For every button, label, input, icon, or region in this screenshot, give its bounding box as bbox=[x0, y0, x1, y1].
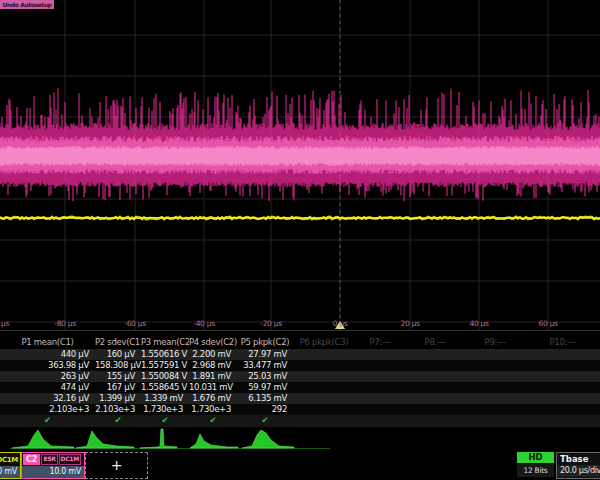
histicon[interactable] bbox=[12, 430, 74, 448]
measure-value-cell bbox=[465, 360, 525, 371]
measure-value-cell bbox=[293, 382, 355, 393]
measure-row: 363.98 µV158.308 µV1.557591 V2.968 mV33.… bbox=[0, 360, 600, 371]
measure-value-cell: 1.550084 V bbox=[141, 371, 189, 382]
status-empty-cell bbox=[525, 415, 600, 427]
measure-value-cell: 1.558645 V bbox=[141, 382, 189, 393]
timebase-tick-label: -40 µs bbox=[182, 319, 226, 328]
measure-value-cell bbox=[355, 393, 405, 404]
measure-value-cell: 1.557591 V bbox=[141, 360, 189, 371]
status-empty-cell bbox=[405, 415, 465, 427]
bit-depth-label: 12 Bits bbox=[517, 464, 554, 477]
measure-row: 474 µV167 µV1.558645 V10.031 mV59.97 mV bbox=[0, 382, 600, 393]
check-icon: ✔ bbox=[0, 415, 95, 427]
oscilloscope-screen: Undo Autosetup -100 µs-80 µs-60 µs-40 µs… bbox=[0, 0, 600, 480]
measure-value-cell bbox=[525, 393, 600, 404]
c1-scale-value: 0 mV bbox=[0, 466, 20, 478]
measure-value-cell: 1.891 mV bbox=[189, 371, 237, 382]
measure-value-cell bbox=[405, 393, 465, 404]
measure-value-cell bbox=[293, 349, 355, 360]
measure-value-cell bbox=[355, 349, 405, 360]
measurement-table: P1 mean(C1)P2 sdev(C1)P3 mean(C2)P4 sdev… bbox=[0, 336, 600, 427]
measure-value-cell bbox=[465, 393, 525, 404]
measure-value-cell bbox=[405, 382, 465, 393]
measure-row: 2.103e+32.103e+31.730e+31.730e+3292 bbox=[0, 404, 600, 415]
timebase-tick-label: -20 µs bbox=[249, 319, 293, 328]
status-empty-cell bbox=[293, 415, 355, 427]
measure-value-cell: 1.339 mV bbox=[141, 393, 189, 404]
measure-value-cell bbox=[293, 404, 355, 415]
timebase-tick-label: 60 µs bbox=[526, 319, 570, 328]
measure-row: 263 µV155 µV1.550084 V1.891 mV25.03 mV bbox=[0, 371, 600, 382]
measure-value-cell bbox=[405, 371, 465, 382]
graticule bbox=[0, 0, 600, 332]
measure-value-cell: 32.16 µV bbox=[0, 393, 95, 404]
measure-header-p10[interactable]: P10:--- bbox=[525, 336, 600, 349]
histicon[interactable] bbox=[242, 430, 294, 448]
measure-value-cell bbox=[405, 360, 465, 371]
timebase-tick-label: 40 µs bbox=[457, 319, 501, 328]
timebase-tick-label: -80 µs bbox=[43, 319, 87, 328]
status-empty-cell bbox=[355, 415, 405, 427]
measure-value-cell bbox=[465, 404, 525, 415]
measure-value-cell: 167 µV bbox=[95, 382, 141, 393]
check-icon: ✔ bbox=[237, 415, 293, 427]
plus-icon: + bbox=[111, 457, 123, 473]
measure-value-cell: 263 µV bbox=[0, 371, 95, 382]
measure-value-cell: 440 µV bbox=[0, 349, 95, 360]
c2-descriptor-box[interactable]: C2 ESR DC1M 10.0 mV bbox=[21, 452, 85, 479]
measure-header-p6[interactable]: P6 pkpk(C3) bbox=[293, 336, 355, 349]
undo-autosetup-button[interactable]: Undo Autosetup bbox=[0, 0, 54, 9]
c1-coupling-label: DC1M bbox=[0, 456, 20, 464]
timebase-scale-value: 20.0 µs/div bbox=[557, 465, 600, 477]
measure-value-cell: 160 µV bbox=[95, 349, 141, 360]
measure-header-p5[interactable]: P5 pkpk(C2) bbox=[237, 336, 293, 349]
measure-value-cell: 1.676 mV bbox=[189, 393, 237, 404]
measure-header-p7[interactable]: P7:--- bbox=[355, 336, 405, 349]
measure-header-p1[interactable]: P1 mean(C1) bbox=[0, 336, 95, 349]
measure-value-cell: 27.97 mV bbox=[237, 349, 293, 360]
status-empty-cell bbox=[465, 415, 525, 427]
hd-mode-badge[interactable]: HD bbox=[517, 452, 554, 463]
measure-value-cell: 363.98 µV bbox=[0, 360, 95, 371]
measure-value-cell: 292 bbox=[237, 404, 293, 415]
measure-value-cell bbox=[405, 349, 465, 360]
measure-value-cell bbox=[355, 371, 405, 382]
measure-value-cell: 2.968 mV bbox=[189, 360, 237, 371]
histicon[interactable] bbox=[190, 434, 238, 448]
measure-value-cell: 2.103e+3 bbox=[0, 404, 95, 415]
measure-value-cell: 6.135 mV bbox=[237, 393, 293, 404]
measure-header-p3[interactable]: P3 mean(C2) bbox=[141, 336, 189, 349]
measure-value-cell: 59.97 mV bbox=[237, 382, 293, 393]
measure-header-p4[interactable]: P4 sdev(C2) bbox=[189, 336, 237, 349]
measure-value-cell: 474 µV bbox=[0, 382, 95, 393]
measure-value-cell bbox=[465, 349, 525, 360]
measure-value-cell bbox=[465, 371, 525, 382]
measure-value-cell: 33.477 mV bbox=[237, 360, 293, 371]
timebase-tick-label: -60 µs bbox=[113, 319, 157, 328]
timebase-box[interactable]: Tbase 20.0 µs/div bbox=[556, 452, 600, 479]
measure-row: 32.16 µV1.399 µV1.339 mV1.676 mV6.135 mV bbox=[0, 393, 600, 404]
measure-value-cell bbox=[465, 382, 525, 393]
measure-header-p9[interactable]: P9:--- bbox=[465, 336, 525, 349]
measure-header-p2[interactable]: P2 sdev(C1) bbox=[95, 336, 141, 349]
channel-descriptor-bar: DC1M 0 mV C2 ESR DC1M 10.0 mV + HD 12 Bi… bbox=[0, 451, 600, 480]
measure-row: 440 µV160 µV1.550616 V2.200 mV27.97 mV bbox=[0, 349, 600, 360]
measure-value-cell bbox=[525, 404, 600, 415]
timebase-tick-label: 20 µs bbox=[388, 319, 432, 328]
histicon[interactable] bbox=[140, 429, 177, 448]
c2-channel-label: C2 bbox=[23, 454, 40, 465]
measure-value-cell bbox=[525, 360, 600, 371]
c1-descriptor-box[interactable]: DC1M 0 mV bbox=[0, 452, 21, 479]
measure-value-cell: 25.03 mV bbox=[237, 371, 293, 382]
histicon[interactable] bbox=[76, 431, 134, 448]
measure-value-cell bbox=[405, 404, 465, 415]
c2-esr-badge: ESR bbox=[41, 454, 57, 465]
timebase-tick-label: 0 µs bbox=[318, 319, 362, 328]
measure-value-cell bbox=[293, 360, 355, 371]
add-trace-box[interactable]: + bbox=[85, 452, 148, 479]
measure-value-cell: 2.103e+3 bbox=[95, 404, 141, 415]
c2-scale-value: 10.0 mV bbox=[22, 466, 84, 478]
timebase-label: Tbase bbox=[557, 453, 600, 465]
measure-header-p8[interactable]: P8:--- bbox=[405, 336, 465, 349]
measure-value-cell: 158.308 µV bbox=[95, 360, 141, 371]
